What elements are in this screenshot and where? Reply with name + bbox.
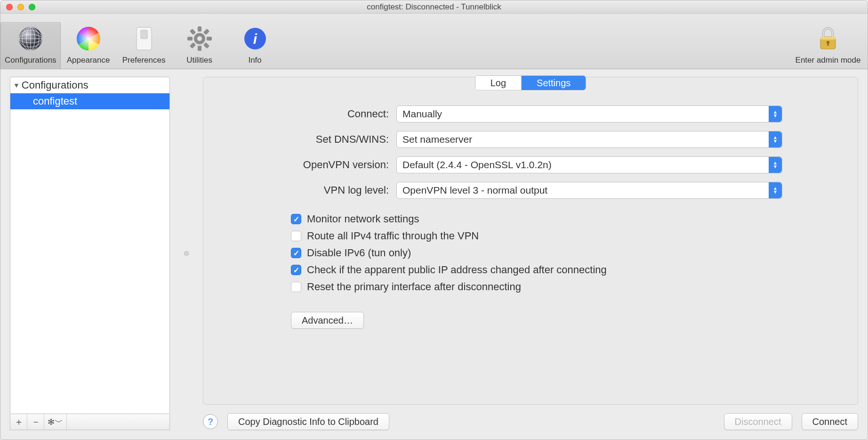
minus-icon: －	[31, 416, 40, 428]
connect-label: Connect:	[246, 108, 396, 120]
tab-info[interactable]: i Info	[227, 23, 283, 69]
gear-dropdown-icon: ✻﹀	[48, 416, 63, 428]
check-public-ip-box[interactable]	[291, 265, 301, 275]
bottom-bar: ? Copy Diagnostic Info to Clipboard Disc…	[203, 413, 858, 430]
sidebar: ▼ Configurations configtest ＋ － ✻﹀	[10, 77, 170, 430]
svg-text:i: i	[253, 31, 257, 47]
splitter-handle[interactable]	[183, 77, 190, 430]
network-globe-icon	[17, 25, 44, 52]
add-config-button[interactable]: ＋	[10, 414, 27, 430]
tab-configurations[interactable]: Configurations	[0, 22, 61, 69]
check-monitor[interactable]: Monitor network settings	[291, 213, 815, 225]
traffic-lights	[6, 4, 35, 10]
select-stepper-icon: ▲▼	[769, 106, 782, 122]
row-loglevel: VPN log level: OpenVPN level 3 - normal …	[246, 182, 815, 199]
svg-rect-10	[141, 30, 147, 39]
help-icon: ?	[208, 416, 213, 427]
svg-rect-17	[820, 37, 836, 40]
select-stepper-icon: ▲▼	[769, 182, 782, 198]
check-disable-ipv6-label: Disable IPv6 (tun only)	[307, 247, 411, 259]
enter-admin-mode-button[interactable]: Enter admin mode	[790, 23, 866, 69]
config-item-label: configtest	[33, 95, 77, 107]
check-monitor-box[interactable]	[291, 214, 301, 224]
check-public-ip[interactable]: Check if the apparent public IP address …	[291, 264, 815, 276]
tab-log[interactable]: Log	[475, 76, 522, 90]
config-list[interactable]: ▼ Configurations configtest	[10, 77, 170, 414]
openvpn-select[interactable]: Default (2.4.4 - OpenSSL v1.0.2n) ▲▼	[396, 156, 782, 173]
svg-rect-19	[828, 42, 829, 46]
config-list-header-label: Configurations	[22, 79, 88, 91]
tab-configurations-label: Configurations	[5, 56, 56, 65]
connect-select[interactable]: Manually ▲▼	[396, 106, 782, 122]
connect-button[interactable]: Connect	[802, 413, 859, 430]
tab-preferences-label: Preferences	[122, 56, 166, 65]
dns-value: Set nameserver	[402, 134, 472, 145]
copy-diagnostic-button[interactable]: Copy Diagnostic Info to Clipboard	[227, 413, 389, 430]
check-route-ipv4-label: Route all IPv4 traffic through the VPN	[307, 230, 479, 242]
body: ▼ Configurations configtest ＋ － ✻﹀ Log S…	[0, 69, 868, 440]
dns-label: Set DNS/WINS:	[246, 133, 396, 146]
tab-utilities[interactable]: Utilities	[172, 23, 227, 69]
disclosure-triangle-icon[interactable]: ▼	[13, 81, 20, 89]
config-item-configtest[interactable]: configtest	[10, 93, 169, 109]
check-route-ipv4[interactable]: Route all IPv4 traffic through the VPN	[291, 230, 815, 242]
segmented-wrap: Log Settings	[203, 75, 858, 90]
window-title: configtest: Disconnected - Tunnelblick	[0, 2, 868, 12]
advanced-button[interactable]: Advanced…	[291, 312, 364, 329]
disconnect-label: Disconnect	[735, 416, 781, 427]
close-window-button[interactable]	[6, 4, 13, 10]
enter-admin-mode-label: Enter admin mode	[796, 56, 861, 65]
check-reset-interface-box[interactable]	[291, 282, 301, 292]
tab-info-label: Info	[248, 56, 261, 65]
connect-label: Connect	[812, 416, 848, 427]
check-disable-ipv6-box[interactable]	[291, 248, 301, 258]
tab-appearance-label: Appearance	[67, 56, 110, 65]
tab-appearance[interactable]: Appearance	[61, 23, 116, 69]
gear-icon	[186, 25, 213, 52]
main-column: Log Settings Connect: Manually ▲▼ Set DN…	[203, 77, 858, 430]
select-stepper-icon: ▲▼	[769, 157, 782, 173]
help-button[interactable]: ?	[203, 414, 218, 429]
check-route-ipv4-box[interactable]	[291, 231, 301, 241]
color-wheel-icon	[75, 25, 102, 52]
disconnect-button[interactable]: Disconnect	[724, 413, 792, 430]
check-public-ip-label: Check if the apparent public IP address …	[307, 264, 607, 276]
toolbar: Configurations Appearance Preferences Ut…	[0, 14, 868, 69]
tab-log-label: Log	[490, 78, 506, 89]
config-actions-menu[interactable]: ✻﹀	[44, 414, 67, 430]
dns-select[interactable]: Set nameserver ▲▼	[396, 131, 782, 148]
tab-preferences[interactable]: Preferences	[116, 23, 172, 69]
tab-utilities-label: Utilities	[186, 56, 212, 65]
advanced-button-label: Advanced…	[302, 315, 353, 326]
svg-rect-12	[198, 26, 201, 32]
check-reset-interface-label: Reset the primary interface after discon…	[307, 281, 521, 293]
plus-icon: ＋	[14, 416, 24, 428]
advanced-wrap: Advanced…	[291, 312, 815, 329]
openvpn-value: Default (2.4.4 - OpenSSL v1.0.2n)	[402, 159, 552, 171]
loglevel-label: VPN log level:	[246, 184, 396, 196]
zoom-window-button[interactable]	[29, 4, 35, 10]
loglevel-value: OpenVPN level 3 - normal output	[402, 185, 547, 196]
remove-config-button[interactable]: －	[27, 414, 44, 430]
loglevel-select[interactable]: OpenVPN level 3 - normal output ▲▼	[396, 182, 782, 199]
settings-panel: Log Settings Connect: Manually ▲▼ Set DN…	[203, 77, 858, 405]
row-dns: Set DNS/WINS: Set nameserver ▲▼	[246, 131, 815, 148]
svg-point-13	[197, 36, 202, 41]
minimize-window-button[interactable]	[17, 4, 24, 10]
splitter-dot-icon	[184, 251, 189, 256]
row-openvpn: OpenVPN version: Default (2.4.4 - OpenSS…	[246, 156, 815, 173]
check-disable-ipv6[interactable]: Disable IPv6 (tun only)	[291, 247, 815, 259]
select-stepper-icon: ▲▼	[769, 131, 782, 147]
config-list-header[interactable]: ▼ Configurations	[10, 77, 169, 93]
info-icon: i	[242, 25, 268, 52]
check-reset-interface[interactable]: Reset the primary interface after discon…	[291, 281, 815, 293]
row-connect: Connect: Manually ▲▼	[246, 106, 815, 122]
tab-settings[interactable]: Settings	[522, 76, 586, 90]
openvpn-label: OpenVPN version:	[246, 159, 396, 171]
check-monitor-label: Monitor network settings	[307, 213, 419, 225]
titlebar: configtest: Disconnected - Tunnelblick	[0, 0, 868, 14]
lock-icon	[815, 25, 841, 52]
copy-diagnostic-label: Copy Diagnostic Info to Clipboard	[238, 416, 378, 427]
tab-settings-label: Settings	[537, 78, 571, 89]
sidebar-footer: ＋ － ✻﹀	[10, 414, 170, 430]
